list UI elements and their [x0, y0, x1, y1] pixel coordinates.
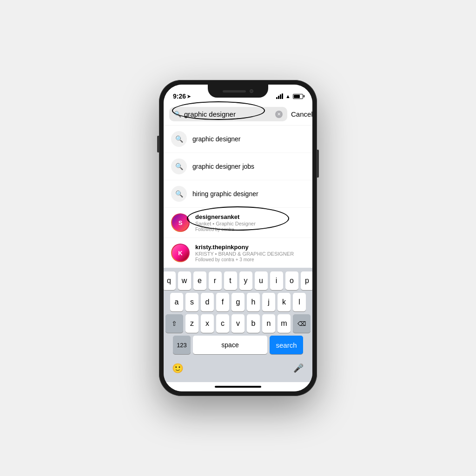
suggestion-text: graphic designer jobs	[192, 163, 254, 170]
mic-key[interactable]: 🎤	[290, 359, 307, 377]
key-u[interactable]: u	[255, 271, 268, 290]
user-suggestion-item[interactable]: K kristy.thepinkpony KRISTY • BRAND & GR…	[164, 238, 312, 268]
notch	[208, 85, 268, 98]
key-z[interactable]: z	[185, 314, 198, 333]
key-o[interactable]: o	[285, 271, 298, 290]
key-j[interactable]: j	[262, 293, 275, 311]
clear-button[interactable]: ✕	[275, 111, 283, 118]
user-description: Sanket • Graphic Designer	[195, 221, 256, 226]
search-bar: 🔍 ✕ Cancel	[164, 103, 312, 126]
user-suggestion-item[interactable]: S designersanket Sanket • Graphic Design…	[164, 208, 312, 238]
user-handle: kristy.thepinkpony	[195, 244, 294, 251]
location-arrow-icon: ➤	[187, 94, 191, 99]
search-icon: 🔍	[174, 111, 181, 118]
phone-frame: 9:26 ➤ ▲ 🔍 ✕	[159, 80, 317, 396]
key-i[interactable]: i	[270, 271, 283, 290]
key-e[interactable]: e	[193, 271, 206, 290]
home-indicator	[164, 382, 312, 391]
search-input[interactable]	[184, 110, 272, 118]
key-n[interactable]: n	[262, 314, 275, 333]
suggestions-list: 🔍 graphic designer 🔍 graphic designer jo…	[164, 126, 312, 268]
battery-icon	[293, 94, 303, 99]
search-query-icon: 🔍	[175, 163, 183, 170]
key-x[interactable]: x	[201, 314, 214, 333]
search-query-icon: 🔍	[175, 190, 183, 198]
key-c[interactable]: c	[216, 314, 229, 333]
shift-key[interactable]: ⇧	[165, 314, 183, 333]
cancel-button[interactable]: Cancel	[291, 110, 312, 118]
key-s[interactable]: s	[185, 293, 198, 311]
signal-icon	[276, 93, 283, 99]
avatar: K	[172, 245, 189, 261]
wifi-icon: ▲	[285, 93, 291, 99]
suggestion-item[interactable]: 🔍 graphic designer	[164, 126, 312, 153]
key-v[interactable]: v	[231, 314, 245, 333]
key-r[interactable]: r	[209, 271, 222, 290]
user-handle: designersanket	[195, 213, 256, 220]
key-t[interactable]: t	[224, 271, 237, 290]
key-h[interactable]: h	[247, 293, 260, 311]
delete-key[interactable]: ⌫	[293, 314, 311, 333]
suggestion-item[interactable]: 🔍 hiring graphic designer	[164, 180, 312, 208]
key-w[interactable]: w	[178, 271, 191, 290]
key-q[interactable]: q	[164, 271, 176, 290]
key-f[interactable]: f	[216, 293, 229, 311]
avatar: S	[172, 214, 189, 231]
key-g[interactable]: g	[231, 293, 245, 311]
key-y[interactable]: y	[239, 271, 252, 290]
key-k[interactable]: k	[278, 293, 291, 311]
key-p[interactable]: p	[301, 271, 313, 290]
user-follow-info: Followed by contra	[195, 227, 256, 232]
suggestion-text: graphic designer	[192, 135, 241, 143]
space-key[interactable]: space	[193, 336, 267, 354]
user-description: KRISTY • BRAND & GRAPHIC DESIGNER	[195, 251, 294, 257]
suggestion-text: hiring graphic designer	[192, 190, 258, 198]
search-query-icon: 🔍	[175, 135, 183, 143]
numbers-key[interactable]: 123	[173, 336, 191, 354]
keyboard: q w e r t y u i o p a s d f g h j k	[164, 268, 312, 382]
status-time: 9:26	[173, 93, 186, 100]
emoji-key[interactable]: 🙂	[169, 359, 186, 377]
user-follow-info: Followed by contra + 3 more	[195, 257, 294, 262]
suggestion-item[interactable]: 🔍 graphic designer jobs	[164, 153, 312, 180]
key-l[interactable]: l	[293, 293, 306, 311]
key-d[interactable]: d	[201, 293, 214, 311]
search-key[interactable]: search	[270, 336, 303, 354]
key-b[interactable]: b	[247, 314, 260, 333]
key-m[interactable]: m	[278, 314, 291, 333]
key-a[interactable]: a	[170, 293, 183, 311]
